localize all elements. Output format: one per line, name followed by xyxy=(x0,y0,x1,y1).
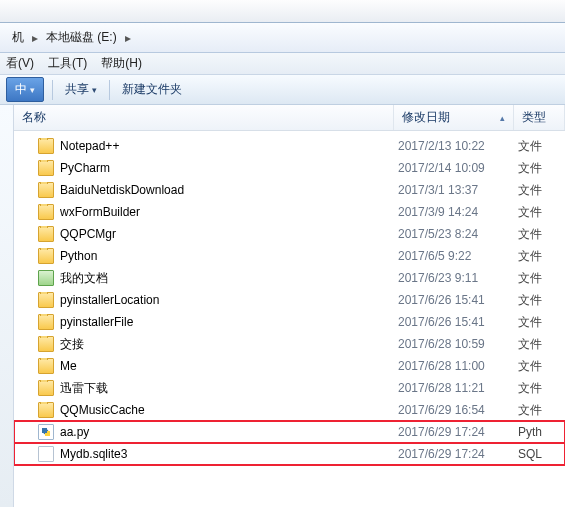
file-type: Pyth xyxy=(514,425,565,439)
file-name: wxFormBuilder xyxy=(60,205,140,219)
file-row[interactable]: pyinstallerLocation2017/6/26 15:41文件 xyxy=(14,289,565,311)
file-type: 文件 xyxy=(514,248,565,265)
new-folder-button[interactable]: 新建文件夹 xyxy=(118,78,186,101)
file-type: 文件 xyxy=(514,204,565,221)
file-type: 文件 xyxy=(514,226,565,243)
menu-help[interactable]: 帮助(H) xyxy=(101,55,142,72)
file-date: 2017/6/5 9:22 xyxy=(394,249,514,263)
breadcrumb-seg-computer[interactable]: 机 xyxy=(6,27,30,48)
column-type[interactable]: 类型 xyxy=(514,105,565,130)
file-row[interactable]: BaiduNetdiskDownload2017/3/1 13:37文件 xyxy=(14,179,565,201)
main-area: 名称 修改日期 ▴ 类型 Notepad++2017/2/13 10:22文件P… xyxy=(0,105,565,507)
folder-icon xyxy=(38,204,54,220)
file-name: Python xyxy=(60,249,97,263)
file-name: Mydb.sqlite3 xyxy=(60,447,127,461)
folder-icon xyxy=(38,336,54,352)
include-label: 中 xyxy=(15,81,27,98)
file-date: 2017/3/9 14:24 xyxy=(394,205,514,219)
file-type: 文件 xyxy=(514,380,565,397)
file-type: 文件 xyxy=(514,336,565,353)
file-date: 2017/6/26 15:41 xyxy=(394,293,514,307)
file-type: 文件 xyxy=(514,182,565,199)
folder-icon xyxy=(38,138,54,154)
columns-header: 名称 修改日期 ▴ 类型 xyxy=(14,105,565,131)
chevron-right-icon[interactable]: ▸ xyxy=(123,31,133,45)
share-label: 共享 xyxy=(65,82,89,96)
file-date: 2017/3/1 13:37 xyxy=(394,183,514,197)
file-type: 文件 xyxy=(514,160,565,177)
menu-tools[interactable]: 工具(T) xyxy=(48,55,87,72)
file-name: BaiduNetdiskDownload xyxy=(60,183,184,197)
sort-asc-icon: ▴ xyxy=(500,113,505,123)
file-name: QQMusicCache xyxy=(60,403,145,417)
file-row[interactable]: Python2017/6/5 9:22文件 xyxy=(14,245,565,267)
browser-tab-bar xyxy=(0,0,565,23)
file-name: 交接 xyxy=(60,336,84,353)
file-name: pyinstallerLocation xyxy=(60,293,159,307)
folder-icon xyxy=(38,380,54,396)
file-row[interactable]: Notepad++2017/2/13 10:22文件 xyxy=(14,135,565,157)
menu-bar: 看(V) 工具(T) 帮助(H) xyxy=(0,53,565,75)
file-list-pane: 名称 修改日期 ▴ 类型 Notepad++2017/2/13 10:22文件P… xyxy=(14,105,565,507)
breadcrumb[interactable]: 机 ▸ 本地磁盘 (E:) ▸ xyxy=(0,23,565,53)
file-type: SQL xyxy=(514,447,565,461)
file-type: 文件 xyxy=(514,138,565,155)
file-name: Me xyxy=(60,359,77,373)
file-list: Notepad++2017/2/13 10:22文件PyCharm2017/2/… xyxy=(14,135,565,465)
file-row[interactable]: 我的文档2017/6/23 9:11文件 xyxy=(14,267,565,289)
file-row[interactable]: 交接2017/6/28 10:59文件 xyxy=(14,333,565,355)
file-row[interactable]: Mydb.sqlite32017/6/29 17:24SQL xyxy=(14,443,565,465)
folder-icon xyxy=(38,248,54,264)
include-in-library-button[interactable]: 中 ▾ xyxy=(6,77,44,102)
folder-icon xyxy=(38,402,54,418)
chevron-down-icon: ▾ xyxy=(92,85,97,95)
file-row[interactable]: pyinstallerFile2017/6/26 15:41文件 xyxy=(14,311,565,333)
file-name: PyCharm xyxy=(60,161,110,175)
file-row[interactable]: wxFormBuilder2017/3/9 14:24文件 xyxy=(14,201,565,223)
documents-folder-icon xyxy=(38,270,54,286)
file-name: 我的文档 xyxy=(60,270,108,287)
file-name: aa.py xyxy=(60,425,89,439)
file-type: 文件 xyxy=(514,358,565,375)
file-row[interactable]: Me2017/6/28 11:00文件 xyxy=(14,355,565,377)
folder-icon xyxy=(38,182,54,198)
file-row[interactable]: QQMusicCache2017/6/29 16:54文件 xyxy=(14,399,565,421)
breadcrumb-seg-drive[interactable]: 本地磁盘 (E:) xyxy=(40,27,123,48)
file-name: 迅雷下载 xyxy=(60,380,108,397)
menu-view[interactable]: 看(V) xyxy=(6,55,34,72)
file-date: 2017/6/28 11:00 xyxy=(394,359,514,373)
file-icon xyxy=(38,446,54,462)
file-name: Notepad++ xyxy=(60,139,119,153)
folder-icon xyxy=(38,314,54,330)
share-button[interactable]: 共享 ▾ xyxy=(61,78,101,101)
file-date: 2017/6/29 17:24 xyxy=(394,447,514,461)
file-date: 2017/6/29 17:24 xyxy=(394,425,514,439)
file-date: 2017/2/13 10:22 xyxy=(394,139,514,153)
column-date-label: 修改日期 xyxy=(402,109,450,126)
file-row[interactable]: QQPCMgr2017/5/23 8:24文件 xyxy=(14,223,565,245)
folder-icon xyxy=(38,292,54,308)
file-name: pyinstallerFile xyxy=(60,315,133,329)
column-name[interactable]: 名称 xyxy=(14,105,394,130)
folder-icon xyxy=(38,226,54,242)
file-row[interactable]: aa.py2017/6/29 17:24Pyth xyxy=(14,421,565,443)
file-date: 2017/6/29 16:54 xyxy=(394,403,514,417)
chevron-right-icon[interactable]: ▸ xyxy=(30,31,40,45)
folder-icon xyxy=(38,160,54,176)
column-date[interactable]: 修改日期 ▴ xyxy=(394,105,514,130)
folder-icon xyxy=(38,358,54,374)
separator xyxy=(109,80,110,100)
file-type: 文件 xyxy=(514,314,565,331)
python-file-icon xyxy=(38,424,54,440)
file-date: 2017/6/23 9:11 xyxy=(394,271,514,285)
file-row[interactable]: 迅雷下载2017/6/28 11:21文件 xyxy=(14,377,565,399)
file-date: 2017/5/23 8:24 xyxy=(394,227,514,241)
file-date: 2017/2/14 10:09 xyxy=(394,161,514,175)
file-date: 2017/6/26 15:41 xyxy=(394,315,514,329)
file-type: 文件 xyxy=(514,402,565,419)
file-row[interactable]: PyCharm2017/2/14 10:09文件 xyxy=(14,157,565,179)
separator xyxy=(52,80,53,100)
nav-pane-sliver[interactable] xyxy=(0,105,14,507)
toolbar: 中 ▾ 共享 ▾ 新建文件夹 xyxy=(0,75,565,105)
file-date: 2017/6/28 10:59 xyxy=(394,337,514,351)
